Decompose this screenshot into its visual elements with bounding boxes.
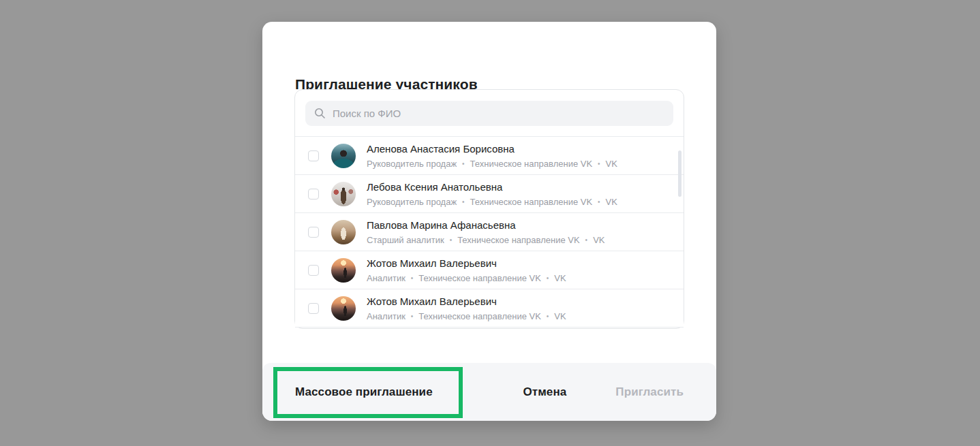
avatar	[331, 144, 356, 168]
member-info: Жотов Михаил Валерьевич Аналитик • Техни…	[367, 257, 566, 284]
member-role: Старший аналитик	[367, 234, 444, 246]
member-role: Руководитель продаж	[367, 158, 457, 170]
member-department: Техническое направление VK	[470, 158, 592, 170]
search-field[interactable]	[305, 101, 673, 126]
member-department: Техническое направление VK	[418, 310, 540, 322]
search-input[interactable]	[305, 101, 673, 126]
member-subtitle: Руководитель продаж • Техническое направ…	[367, 158, 617, 170]
list-scrollbar-thumb[interactable]	[678, 150, 682, 197]
page-background: { "modal": { "title": "Приглашение участ…	[0, 0, 980, 446]
invite-members-modal: Приглашение участников Аленова Анастасия…	[262, 22, 716, 421]
member-name: Аленова Анастасия Борисовна	[367, 142, 617, 156]
member-row[interactable]: Лебова Ксения Анатольевна Руководитель п…	[295, 175, 684, 213]
avatar	[331, 220, 356, 244]
member-subtitle: Руководитель продаж • Техническое направ…	[367, 196, 617, 208]
member-role: Руководитель продаж	[367, 196, 457, 208]
invite-button[interactable]: Пригласить	[615, 385, 684, 399]
member-name: Жотов Михаил Валерьевич	[367, 257, 566, 270]
member-company: VK	[554, 310, 566, 322]
footer-actions: Отмена Пригласить	[523, 385, 684, 399]
member-checkbox[interactable]	[308, 150, 319, 161]
member-company: VK	[606, 196, 617, 208]
member-department: Техническое направление VK	[418, 272, 540, 284]
dot-separator: •	[411, 310, 414, 322]
member-row[interactable]: Жотов Михаил Валерьевич Аналитик • Техни…	[295, 251, 684, 289]
member-info: Жотов Михаил Валерьевич Аналитик • Техни…	[367, 295, 566, 322]
search-section	[295, 90, 684, 137]
member-info: Павлова Марина Афанасьевна Старший анали…	[367, 219, 604, 246]
member-checkbox[interactable]	[308, 189, 319, 200]
dot-separator: •	[585, 234, 588, 246]
member-row[interactable]: Жотов Михаил Валерьевич Аналитик • Техни…	[295, 289, 684, 328]
member-subtitle: Аналитик • Техническое направление VK • …	[367, 272, 566, 284]
dot-separator: •	[411, 272, 414, 284]
dot-separator: •	[547, 310, 549, 322]
member-info: Лебова Ксения Анатольевна Руководитель п…	[367, 180, 617, 208]
members-list-card: Аленова Анастасия Борисовна Руководитель…	[294, 89, 684, 329]
member-row[interactable]: Аленова Анастасия Борисовна Руководитель…	[295, 137, 684, 175]
member-department: Техническое направление VK	[457, 234, 579, 246]
dot-separator: •	[462, 196, 465, 208]
member-info: Аленова Анастасия Борисовна Руководитель…	[367, 142, 617, 170]
cancel-button[interactable]: Отмена	[523, 385, 566, 399]
member-department: Техническое направление VK	[470, 196, 592, 208]
member-company: VK	[606, 158, 617, 170]
member-company: VK	[554, 272, 566, 284]
member-checkbox[interactable]	[308, 303, 319, 314]
member-subtitle: Старший аналитик • Техническое направлен…	[367, 234, 604, 246]
member-checkbox[interactable]	[308, 227, 319, 238]
member-checkbox[interactable]	[308, 265, 319, 276]
avatar	[331, 182, 356, 206]
search-icon	[314, 108, 326, 119]
avatar	[331, 296, 356, 321]
dot-separator: •	[547, 272, 549, 284]
member-role: Аналитик	[367, 310, 405, 322]
bulk-invite-button[interactable]: Массовое приглашение	[295, 385, 433, 399]
member-role: Аналитик	[367, 272, 405, 284]
member-company: VK	[593, 234, 604, 246]
member-name: Жотов Михаил Валерьевич	[367, 295, 566, 308]
dot-separator: •	[450, 234, 453, 246]
dot-separator: •	[598, 196, 600, 208]
dot-separator: •	[462, 158, 465, 170]
member-name: Павлова Марина Афанасьевна	[367, 219, 604, 232]
modal-footer: Массовое приглашение Отмена Пригласить	[262, 363, 716, 421]
dot-separator: •	[598, 158, 600, 170]
member-name: Лебова Ксения Анатольевна	[367, 180, 617, 194]
member-subtitle: Аналитик • Техническое направление VK • …	[367, 310, 566, 322]
avatar	[331, 258, 356, 283]
member-row[interactable]: Павлова Марина Афанасьевна Старший анали…	[295, 213, 684, 251]
